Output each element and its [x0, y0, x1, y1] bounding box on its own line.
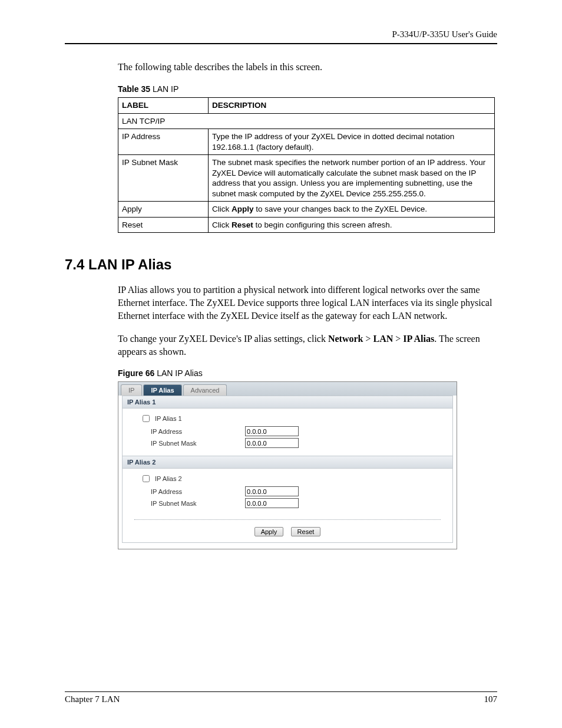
checkbox-alias2[interactable]	[143, 475, 150, 482]
figure-caption: Figure 66 LAN IP Alias	[118, 368, 497, 378]
lan-ip-table: LABEL DESCRIPTION LAN TCP/IP IP Address …	[118, 97, 495, 233]
reset-button[interactable]: Reset	[291, 527, 321, 536]
col-header-description: DESCRIPTION	[209, 98, 495, 114]
section-para-1: IP Alias allows you to partition a physi…	[118, 284, 497, 322]
tab-advanced[interactable]: Advanced	[183, 384, 227, 396]
panel-header-alias1: IP Alias 1	[123, 396, 452, 409]
tab-ip[interactable]: IP	[121, 384, 142, 396]
alias1-mask-label: IP Subnet Mask	[140, 440, 245, 447]
intro-text: The following table describes the labels…	[118, 62, 497, 73]
row-apply-desc: Click Apply to save your changes back to…	[209, 202, 495, 218]
table-caption-bold: Table 35	[118, 84, 150, 94]
alias2-ip-label: IP Address	[140, 488, 245, 495]
figure-screenshot: IP IP Alias Advanced IP Alias 1 IP Alias…	[118, 381, 457, 549]
footer-chapter: Chapter 7 LAN	[65, 694, 120, 704]
section-heading: 7.4 LAN IP Alias	[65, 256, 497, 273]
table-caption-rest: LAN IP	[150, 84, 178, 94]
alias1-ip-label: IP Address	[140, 428, 245, 435]
apply-button[interactable]: Apply	[254, 527, 284, 536]
dotted-separator	[134, 519, 441, 520]
row-reset-desc: Click Reset to begin configuring this sc…	[209, 217, 495, 233]
running-header: P-334U/P-335U User's Guide	[65, 29, 497, 39]
row-ip-address-label: IP Address	[118, 129, 209, 155]
checkbox-alias2-label: IP Alias 2	[155, 475, 182, 482]
checkbox-alias1[interactable]	[143, 415, 150, 422]
tab-ip-alias[interactable]: IP Alias	[143, 384, 181, 396]
alias1-mask-input[interactable]	[245, 438, 299, 448]
header-rule	[65, 43, 497, 44]
row-apply-label: Apply	[118, 202, 209, 218]
alias2-mask-input[interactable]	[245, 498, 299, 508]
row-subnet-desc: The subnet mask specifies the network nu…	[209, 155, 495, 202]
figure-caption-bold: Figure 66	[118, 368, 154, 378]
alias2-mask-label: IP Subnet Mask	[140, 500, 245, 507]
footer-page: 107	[484, 694, 498, 704]
row-ip-address-desc: Type the IP address of your ZyXEL Device…	[209, 129, 495, 155]
alias2-ip-input[interactable]	[245, 486, 299, 496]
checkbox-alias1-label: IP Alias 1	[155, 415, 182, 422]
section-para-2: To change your ZyXEL Device's IP alias s…	[118, 332, 497, 358]
col-header-label: LABEL	[118, 98, 209, 114]
figure-caption-rest: LAN IP Alias	[154, 368, 202, 378]
row-reset-label: Reset	[118, 217, 209, 233]
row-lan-tcpip: LAN TCP/IP	[118, 113, 495, 129]
tab-bar: IP IP Alias Advanced	[118, 382, 457, 396]
footer-rule	[65, 691, 497, 692]
table-caption: Table 35 LAN IP	[118, 84, 497, 94]
panel-header-alias2: IP Alias 2	[123, 456, 452, 469]
alias1-ip-input[interactable]	[245, 426, 299, 436]
row-subnet-label: IP Subnet Mask	[118, 155, 209, 202]
